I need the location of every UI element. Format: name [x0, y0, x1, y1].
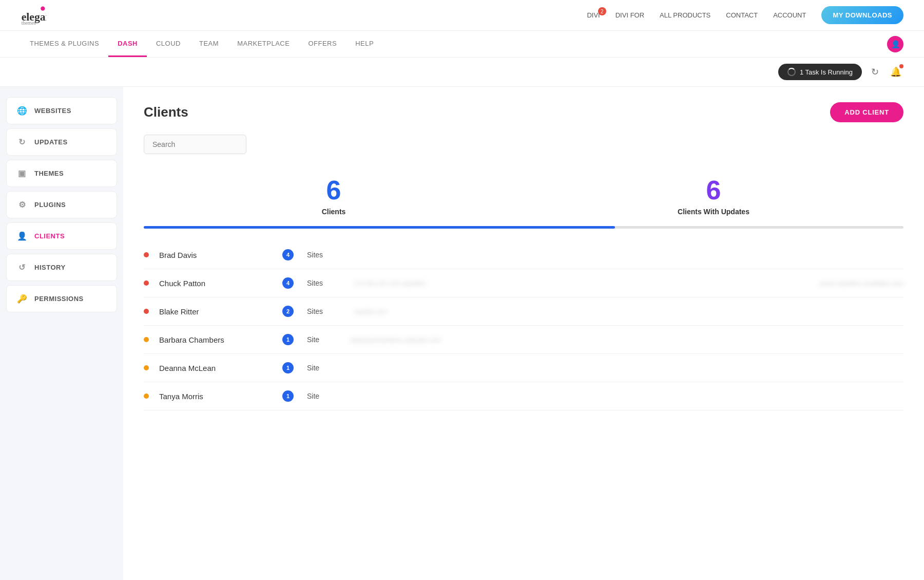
sites-badge: 1 [282, 390, 294, 402]
blurred-info-right: some updates available now [819, 279, 903, 287]
clients-with-updates-count: 6 [524, 177, 903, 203]
table-row[interactable]: Brad Davis 4 Sites [144, 241, 903, 269]
divi-badge: 2 [598, 7, 606, 15]
nav-divi[interactable]: DIVI 2 [587, 11, 600, 19]
user-avatar[interactable]: 👤 [887, 36, 903, 52]
sites-label: Site [307, 335, 319, 344]
blurred-info: mysite.com [354, 308, 388, 315]
sidebar-item-history[interactable]: ↺ HISTORY [6, 254, 117, 281]
blurred-info: barbarachambers.website.com [350, 336, 441, 344]
sidebar-label-history: HISTORY [34, 264, 66, 271]
nav-team[interactable]: TEAM [190, 31, 228, 57]
clients-with-updates-label: Clients With Updates [524, 208, 903, 216]
client-list: Brad Davis 4 Sites Chuck Patton 4 Sites … [144, 241, 903, 410]
themes-icon: ▣ [17, 169, 27, 178]
client-name: Blake Ritter [159, 307, 272, 316]
nav-all-products[interactable]: ALL PRODUCTS [660, 11, 710, 19]
nav-account[interactable]: ACCOUNT [773, 11, 806, 19]
client-name: Brad Davis [159, 251, 272, 259]
search-input[interactable] [144, 135, 246, 154]
status-dot [144, 309, 149, 314]
client-name: Chuck Patton [159, 279, 272, 288]
nav-offers[interactable]: OFFERS [299, 31, 346, 57]
sidebar-item-clients[interactable]: 👤 CLIENTS [6, 222, 117, 250]
sidebar-label-themes: THEMES [34, 170, 64, 177]
sidebar-item-websites[interactable]: 🌐 WEBSITES [6, 97, 117, 124]
content-header: Clients ADD CLIENT [144, 102, 903, 122]
logo[interactable]: elegant themes [21, 5, 46, 26]
nav-themes-plugins[interactable]: THEMES & PLUGINS [21, 31, 108, 57]
task-running-button[interactable]: 1 Task Is Running [778, 64, 862, 80]
clients-label: Clients [144, 208, 524, 216]
status-dot [144, 280, 149, 286]
sidebar-label-clients: CLIENTS [34, 232, 65, 240]
clients-icon: 👤 [17, 231, 27, 241]
progress-bar-container [144, 226, 903, 229]
table-row[interactable]: Barbara Chambers 1 Site barbarachambers.… [144, 326, 903, 354]
sidebar-item-permissions[interactable]: 🔑 PERMISSIONS [6, 285, 117, 312]
svg-text:themes: themes [22, 20, 36, 26]
stat-clients-with-updates: 6 Clients With Updates [524, 169, 903, 226]
top-nav-links: DIVI 2 DIVI FOR ALL PRODUCTS CONTACT ACC… [587, 6, 903, 24]
sidebar-item-updates[interactable]: ↻ UPDATES [6, 128, 117, 156]
notification-container: 🔔 [888, 64, 903, 80]
sidebar-label-permissions: PERMISSIONS [34, 295, 84, 303]
sidebar-label-updates: UPDATES [34, 138, 68, 146]
my-downloads-button[interactable]: MY DOWNLOADS [821, 6, 903, 24]
sites-badge: 1 [282, 362, 294, 373]
nav-contact[interactable]: CONTACT [726, 11, 758, 19]
sites-label: Sites [307, 307, 323, 315]
table-row[interactable]: Tanya Morris 1 Site [144, 382, 903, 410]
main-layout: 🌐 WEBSITES ↻ UPDATES ▣ THEMES ⚙ PLUGINS … [0, 87, 924, 580]
stats-row: 6 Clients 6 Clients With Updates [144, 169, 903, 226]
client-name: Tanya Morris [159, 392, 272, 401]
blurred-info: 172.68.142.143 updates [354, 279, 426, 287]
table-row[interactable]: Blake Ritter 2 Sites mysite.com [144, 297, 903, 326]
clients-count: 6 [144, 177, 524, 203]
sites-badge: 4 [282, 249, 294, 260]
sites-label: Sites [307, 279, 323, 287]
sites-label: Site [307, 392, 319, 400]
notification-button[interactable]: 🔔 [888, 64, 903, 80]
history-icon: ↺ [17, 263, 27, 272]
sites-badge: 2 [282, 306, 294, 317]
nav-help[interactable]: HELP [346, 31, 383, 57]
progress-bar-fill [144, 226, 615, 229]
sites-label: Site [307, 364, 319, 372]
status-dot [144, 252, 149, 257]
nav-cloud[interactable]: CLOUD [147, 31, 190, 57]
client-name: Deanna McLean [159, 364, 272, 372]
table-row[interactable]: Deanna McLean 1 Site [144, 354, 903, 382]
sidebar: 🌐 WEBSITES ↻ UPDATES ▣ THEMES ⚙ PLUGINS … [0, 87, 123, 580]
globe-icon: 🌐 [17, 106, 27, 116]
client-name: Barbara Chambers [159, 335, 272, 344]
sidebar-item-plugins[interactable]: ⚙ PLUGINS [6, 191, 117, 218]
plugins-icon: ⚙ [17, 200, 27, 210]
sidebar-item-themes[interactable]: ▣ THEMES [6, 160, 117, 187]
status-dot [144, 394, 149, 399]
nav-marketplace[interactable]: MARKETPLACE [228, 31, 299, 57]
nav-divi-for[interactable]: DIVI FOR [615, 11, 644, 19]
task-bar: 1 Task Is Running ↻ 🔔 [0, 58, 924, 87]
permissions-icon: 🔑 [17, 294, 27, 304]
table-row[interactable]: Chuck Patton 4 Sites 172.68.142.143 upda… [144, 269, 903, 297]
add-client-button[interactable]: ADD CLIENT [830, 102, 903, 122]
stat-clients: 6 Clients [144, 169, 524, 226]
status-dot [144, 337, 149, 342]
sites-label: Sites [307, 251, 323, 259]
status-dot [144, 365, 149, 370]
sidebar-label-plugins: PLUGINS [34, 201, 66, 209]
task-running-label: 1 Task Is Running [800, 68, 853, 76]
nav-dash[interactable]: DASH [108, 31, 147, 57]
sites-badge: 1 [282, 334, 294, 345]
sidebar-label-websites: WEBSITES [34, 107, 71, 115]
main-content: Clients ADD CLIENT 6 Clients 6 Clients W… [123, 87, 924, 580]
sites-badge: 4 [282, 277, 294, 289]
secondary-navigation: THEMES & PLUGINS DASH CLOUD TEAM MARKETP… [0, 31, 924, 58]
page-title: Clients [144, 104, 188, 120]
top-navigation: elegant themes DIVI 2 DIVI FOR ALL PRODU… [0, 0, 924, 31]
refresh-button[interactable]: ↻ [869, 64, 881, 80]
updates-icon: ↻ [17, 137, 27, 147]
spinner-icon [787, 68, 796, 76]
